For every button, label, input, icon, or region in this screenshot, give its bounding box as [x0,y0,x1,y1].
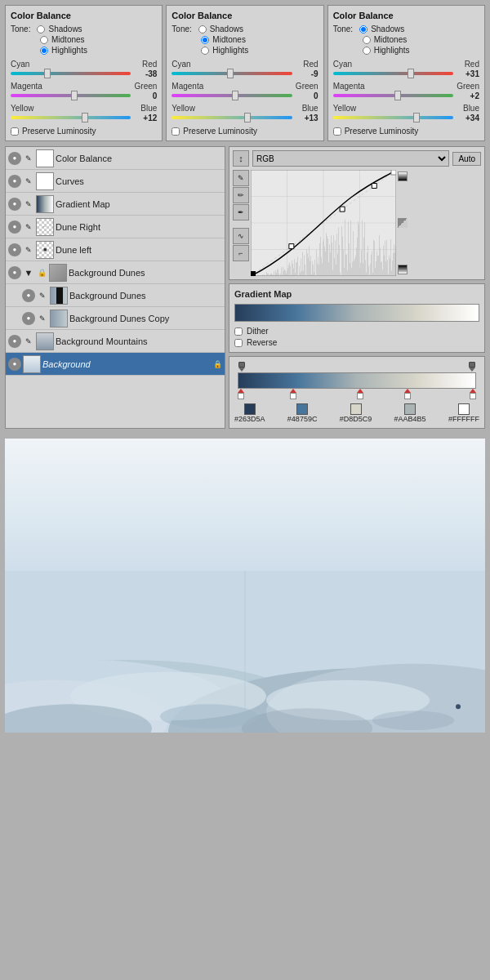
cb3-yellow-blue-track[interactable] [333,113,453,122]
middle-section: ● ✎ Color Balance ● ✎ Curves ● ✎ Gradien… [0,146,490,434]
cb3-cyan-red-track[interactable] [333,69,453,78]
cb2-yellow-blue-value: +13 [296,114,318,122]
layer-dune-right[interactable]: ● ✎ ← Dune Right [6,216,225,238]
gradient-map-reverse-checkbox[interactable] [234,339,243,347]
stop-50pct[interactable] [357,389,363,399]
gradient-map-panel: Gradient Map Dither Reverse [229,283,485,353]
opacity-stop-right[interactable] [468,362,476,372]
curves-mid-control[interactable] [398,218,408,228]
gradient-editor-top-row [234,362,479,372]
gradient-map-bar[interactable] [234,304,479,322]
opacity-stop-left[interactable] [238,362,246,372]
curves-tool-pointer[interactable]: ↕ [233,150,249,167]
cb1-tone-shadows[interactable] [37,25,45,33]
cb1-magenta-green-track[interactable] [11,91,131,100]
layer-curves[interactable]: ● ✎ Curves [6,170,225,193]
stop-0pct[interactable] [238,389,244,399]
label-bg-dunes-copy: Background Dunes Copy [69,314,222,323]
cb1-cyan-red-value: -38 [134,69,157,78]
cb2-magenta-green-track[interactable] [172,91,292,100]
layer-background[interactable]: ● Background 🔒 [6,353,225,376]
cb3-magenta-green-value: +2 [457,91,479,100]
eye-icon-bg-dunes-img[interactable]: ● [22,289,35,302]
curves-black-point[interactable] [398,265,408,274]
curves-corner-btn[interactable]: ⌐ [233,245,249,261]
cb2-yellow-blue-track[interactable] [172,113,292,122]
layer-dune-left[interactable]: ● ✎ ■ Dune left [6,238,225,261]
cb1-preserve-lum-checkbox[interactable] [11,127,19,136]
layer-bg-dunes-group[interactable]: ● ▼ 🔒 Background Dunes [6,261,225,284]
thumb-dune-right: ← [36,218,54,236]
cb2-preserve-lum-checkbox[interactable] [172,127,180,136]
stop-70pct[interactable] [404,389,411,399]
swatch-ffffff[interactable]: #FFFFFF [448,403,479,423]
gradient-map-dither-checkbox[interactable] [234,327,243,336]
cb3-preserve-lum-checkbox[interactable] [333,127,341,136]
swatch-d8d5c9[interactable]: #D8D5C9 [340,403,372,423]
layer-color-balance[interactable]: ● ✎ Color Balance [6,147,225,170]
cb3-tone-midtones[interactable] [363,36,371,44]
swatch-aab4b5[interactable]: #AAB4B5 [394,403,426,423]
cb3-tone-shadows[interactable] [359,25,368,33]
eye-icon-background[interactable]: ● [8,358,21,371]
eye-icon-curves[interactable]: ● [8,175,21,188]
eye-icon-color-balance[interactable]: ● [8,152,21,165]
preview-svg [5,571,485,733]
layer-bg-dunes-img[interactable]: ● ✎ Background Dunes [6,284,225,307]
svg-point-11 [160,704,258,728]
cb2-tone-highlights[interactable] [201,47,209,55]
cb1-shadows-label: Shadows [48,24,82,33]
cb1-highlights-label: Highlights [51,46,87,55]
label-bg-dunes-img: Background Dunes [69,291,222,301]
label-color-balance: Color Balance [56,154,222,163]
cb1-preserve-lum-label: Preserve Luminosity [22,127,96,136]
label-curves: Curves [56,176,222,186]
folder-icon: ▼ [23,267,34,278]
brush-icon-bg-dunes-copy: ✎ [37,313,48,324]
eye-icon-dune-right[interactable]: ● [8,220,21,234]
swatch-48759c[interactable]: #48759C [287,403,318,423]
cb2-tone-shadows[interactable] [198,25,207,33]
eye-icon-bg-dunes-group[interactable]: ● [8,266,21,279]
layer-gradient-map[interactable]: ● ✎ Gradient Map [6,193,225,216]
label-dune-right: Dune Right [56,222,222,232]
cb1-tone-highlights[interactable] [40,47,48,55]
layer-bg-dunes-copy[interactable]: ● ✎ Background Dunes Copy [6,307,225,330]
cb2-tone-midtones[interactable] [201,36,209,44]
cb2-cyan-red: Cyan Red -9 [172,60,318,78]
cb3-magenta-green-track[interactable] [333,91,453,100]
cb1-yellow-blue-value: +12 [134,114,157,122]
eye-icon-gradient-map[interactable]: ● [8,198,21,211]
curves-eyedropper2-btn[interactable]: ✏ [233,187,249,203]
color-balance-panels: Color Balance Tone: Shadows Midtones Hig… [0,0,490,146]
eye-icon-dune-left[interactable]: ● [8,243,21,256]
curves-eyedropper1-btn[interactable]: ✎ [233,170,249,186]
curves-canvas[interactable] [251,170,396,276]
gradient-editor-bar[interactable] [238,372,476,389]
curves-white-point[interactable] [398,172,408,181]
stop-100pct[interactable] [470,389,476,399]
cb3-tone-highlights[interactable] [363,47,371,55]
cb1-cyan-red-track[interactable] [11,69,131,78]
cb1-tone-midtones[interactable] [40,36,48,44]
layer-bg-mountains[interactable]: ● ✎ Background Mountains [6,330,225,353]
color-balance-panel-2: Color Balance Tone: Shadows Midtones Hig… [166,5,323,141]
stop-22pct[interactable] [290,389,296,399]
brush-icon-color-balance: ✎ [23,153,34,164]
swatch-263d5a[interactable]: #263D5A [234,403,265,423]
thumb-curves [36,172,54,190]
cb3-tone-label: Tone: [333,24,353,33]
cb2-cyan-red-track[interactable] [172,69,292,78]
thumb-dune-left: ■ [36,241,54,259]
curves-smooth-btn[interactable]: ∿ [233,228,249,244]
eye-icon-bg-mountains[interactable]: ● [8,335,21,348]
cb1-yellow-blue-track[interactable] [11,113,131,122]
curves-channel-select[interactable]: RGB Red Green Blue [252,150,449,167]
cb1-magenta-green: Magenta Green 0 [11,82,157,100]
brush-icon-dune-left: ✎ [23,244,34,256]
eye-icon-bg-dunes-copy[interactable]: ● [22,312,35,325]
cb2-magenta-green-value: 0 [296,91,318,100]
thumb-bg-dunes-copy [50,310,68,327]
curves-auto-button[interactable]: Auto [452,152,481,166]
curves-eyedropper3-btn[interactable]: ✒ [233,204,249,220]
